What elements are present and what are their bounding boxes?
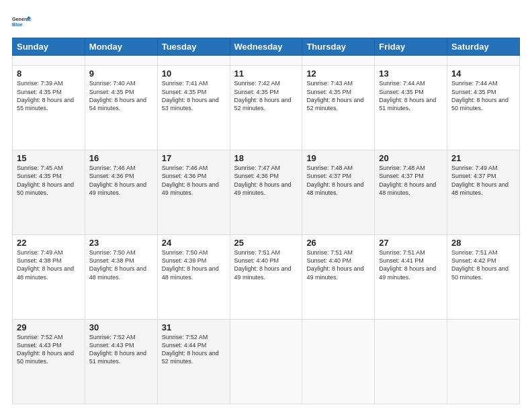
empty-cell	[13, 56, 85, 66]
day-number: 27	[379, 238, 443, 248]
day-info: Sunrise: 7:51 AMSunset: 4:40 PMDaylight:…	[306, 248, 370, 281]
week-row-4: 22Sunrise: 7:49 AMSunset: 4:38 PMDayligh…	[13, 235, 520, 320]
day-number: 21	[451, 153, 515, 163]
day-number: 14	[451, 68, 515, 79]
weekday-header-saturday: Saturday	[447, 38, 520, 56]
weekday-header-row: SundayMondayTuesdayWednesdayThursdayFrid…	[13, 38, 520, 56]
day-number: 28	[451, 238, 515, 248]
day-info: Sunrise: 7:52 AMSunset: 4:43 PMDaylight:…	[89, 333, 153, 366]
empty-cell	[157, 56, 230, 66]
day-info: Sunrise: 7:47 AMSunset: 4:36 PMDaylight:…	[234, 164, 298, 197]
empty-cell	[85, 56, 157, 66]
day-number: 25	[234, 238, 298, 248]
day-number: 10	[162, 68, 226, 79]
calendar-table: SundayMondayTuesdayWednesdayThursdayFrid…	[12, 38, 520, 404]
day-info: Sunrise: 7:51 AMSunset: 4:42 PMDaylight:…	[451, 248, 515, 281]
week-row-1	[13, 56, 520, 66]
calendar-header: SundayMondayTuesdayWednesdayThursdayFrid…	[13, 38, 520, 56]
day-number: 8	[17, 68, 81, 79]
weekday-header-tuesday: Tuesday	[157, 38, 230, 56]
day-cell-23: 23Sunrise: 7:50 AMSunset: 4:38 PMDayligh…	[85, 235, 157, 320]
day-cell-28: 28Sunrise: 7:51 AMSunset: 4:42 PMDayligh…	[447, 235, 520, 320]
empty-cell	[447, 320, 520, 404]
day-info: Sunrise: 7:50 AMSunset: 4:38 PMDaylight:…	[89, 248, 153, 281]
day-info: Sunrise: 7:51 AMSunset: 4:41 PMDaylight:…	[379, 248, 443, 281]
day-number: 29	[17, 322, 81, 332]
calendar-body: 8Sunrise: 7:39 AMSunset: 4:35 PMDaylight…	[13, 56, 520, 404]
day-number: 13	[379, 68, 443, 79]
day-cell-29: 29Sunrise: 7:52 AMSunset: 4:43 PMDayligh…	[13, 320, 85, 404]
day-cell-9: 9Sunrise: 7:40 AMSunset: 4:35 PMDaylight…	[85, 66, 157, 150]
day-number: 11	[234, 68, 298, 79]
header: GeneralBlue	[12, 11, 520, 32]
empty-cell	[302, 56, 375, 66]
day-number: 16	[89, 153, 153, 163]
day-info: Sunrise: 7:48 AMSunset: 4:37 PMDaylight:…	[306, 164, 370, 197]
day-cell-26: 26Sunrise: 7:51 AMSunset: 4:40 PMDayligh…	[302, 235, 375, 320]
day-cell-30: 30Sunrise: 7:52 AMSunset: 4:43 PMDayligh…	[85, 320, 157, 404]
day-number: 15	[17, 153, 81, 163]
day-cell-31: 31Sunrise: 7:52 AMSunset: 4:44 PMDayligh…	[157, 320, 230, 404]
day-info: Sunrise: 7:52 AMSunset: 4:44 PMDaylight:…	[162, 333, 226, 366]
logo: GeneralBlue	[12, 11, 34, 32]
day-number: 22	[17, 238, 81, 248]
day-info: Sunrise: 7:44 AMSunset: 4:35 PMDaylight:…	[451, 79, 515, 112]
weekday-header-sunday: Sunday	[13, 38, 85, 56]
day-info: Sunrise: 7:40 AMSunset: 4:35 PMDaylight:…	[89, 79, 153, 112]
day-cell-19: 19Sunrise: 7:48 AMSunset: 4:37 PMDayligh…	[302, 150, 375, 235]
empty-cell	[447, 56, 520, 66]
day-cell-21: 21Sunrise: 7:49 AMSunset: 4:37 PMDayligh…	[447, 150, 520, 235]
day-info: Sunrise: 7:50 AMSunset: 4:39 PMDaylight:…	[162, 248, 226, 281]
day-cell-27: 27Sunrise: 7:51 AMSunset: 4:41 PMDayligh…	[375, 235, 447, 320]
day-cell-8: 8Sunrise: 7:39 AMSunset: 4:35 PMDaylight…	[13, 66, 85, 150]
empty-cell	[230, 56, 302, 66]
day-number: 31	[162, 322, 226, 332]
day-info: Sunrise: 7:43 AMSunset: 4:35 PMDaylight:…	[306, 79, 370, 112]
day-info: Sunrise: 7:49 AMSunset: 4:38 PMDaylight:…	[17, 248, 81, 281]
day-cell-16: 16Sunrise: 7:46 AMSunset: 4:36 PMDayligh…	[85, 150, 157, 235]
day-info: Sunrise: 7:46 AMSunset: 4:36 PMDaylight:…	[162, 164, 226, 197]
day-cell-18: 18Sunrise: 7:47 AMSunset: 4:36 PMDayligh…	[230, 150, 302, 235]
day-cell-22: 22Sunrise: 7:49 AMSunset: 4:38 PMDayligh…	[13, 235, 85, 320]
day-number: 30	[89, 322, 153, 332]
day-cell-12: 12Sunrise: 7:43 AMSunset: 4:35 PMDayligh…	[302, 66, 375, 150]
weekday-header-friday: Friday	[375, 38, 447, 56]
empty-cell	[375, 320, 447, 404]
day-number: 18	[234, 153, 298, 163]
day-cell-24: 24Sunrise: 7:50 AMSunset: 4:39 PMDayligh…	[157, 235, 230, 320]
day-cell-17: 17Sunrise: 7:46 AMSunset: 4:36 PMDayligh…	[157, 150, 230, 235]
day-cell-10: 10Sunrise: 7:41 AMSunset: 4:35 PMDayligh…	[157, 66, 230, 150]
weekday-header-monday: Monday	[85, 38, 157, 56]
day-info: Sunrise: 7:48 AMSunset: 4:37 PMDaylight:…	[379, 164, 443, 197]
empty-cell	[302, 320, 375, 404]
day-cell-11: 11Sunrise: 7:42 AMSunset: 4:35 PMDayligh…	[230, 66, 302, 150]
calendar-page: GeneralBlue SundayMondayTuesdayWednesday…	[0, 0, 532, 411]
weekday-header-wednesday: Wednesday	[230, 38, 302, 56]
logo-icon: GeneralBlue	[12, 11, 34, 32]
day-number: 24	[162, 238, 226, 248]
day-number: 12	[306, 68, 370, 79]
empty-cell	[375, 56, 447, 66]
day-number: 23	[89, 238, 153, 248]
day-cell-20: 20Sunrise: 7:48 AMSunset: 4:37 PMDayligh…	[375, 150, 447, 235]
day-info: Sunrise: 7:39 AMSunset: 4:35 PMDaylight:…	[17, 79, 81, 112]
week-row-2: 8Sunrise: 7:39 AMSunset: 4:35 PMDaylight…	[13, 66, 520, 150]
day-info: Sunrise: 7:49 AMSunset: 4:37 PMDaylight:…	[451, 164, 515, 197]
day-info: Sunrise: 7:41 AMSunset: 4:35 PMDaylight:…	[162, 79, 226, 112]
empty-cell	[230, 320, 302, 404]
day-number: 26	[306, 238, 370, 248]
svg-text:Blue: Blue	[12, 21, 23, 28]
day-cell-13: 13Sunrise: 7:44 AMSunset: 4:35 PMDayligh…	[375, 66, 447, 150]
day-number: 19	[306, 153, 370, 163]
day-number: 9	[89, 68, 153, 79]
day-cell-14: 14Sunrise: 7:44 AMSunset: 4:35 PMDayligh…	[447, 66, 520, 150]
day-info: Sunrise: 7:51 AMSunset: 4:40 PMDaylight:…	[234, 248, 298, 281]
day-info: Sunrise: 7:46 AMSunset: 4:36 PMDaylight:…	[89, 164, 153, 197]
day-info: Sunrise: 7:45 AMSunset: 4:35 PMDaylight:…	[17, 164, 81, 197]
day-info: Sunrise: 7:44 AMSunset: 4:35 PMDaylight:…	[379, 79, 443, 112]
day-info: Sunrise: 7:52 AMSunset: 4:43 PMDaylight:…	[17, 333, 81, 366]
week-row-3: 15Sunrise: 7:45 AMSunset: 4:35 PMDayligh…	[13, 150, 520, 235]
day-number: 20	[379, 153, 443, 163]
week-row-5: 29Sunrise: 7:52 AMSunset: 4:43 PMDayligh…	[13, 320, 520, 404]
day-number: 17	[162, 153, 226, 163]
